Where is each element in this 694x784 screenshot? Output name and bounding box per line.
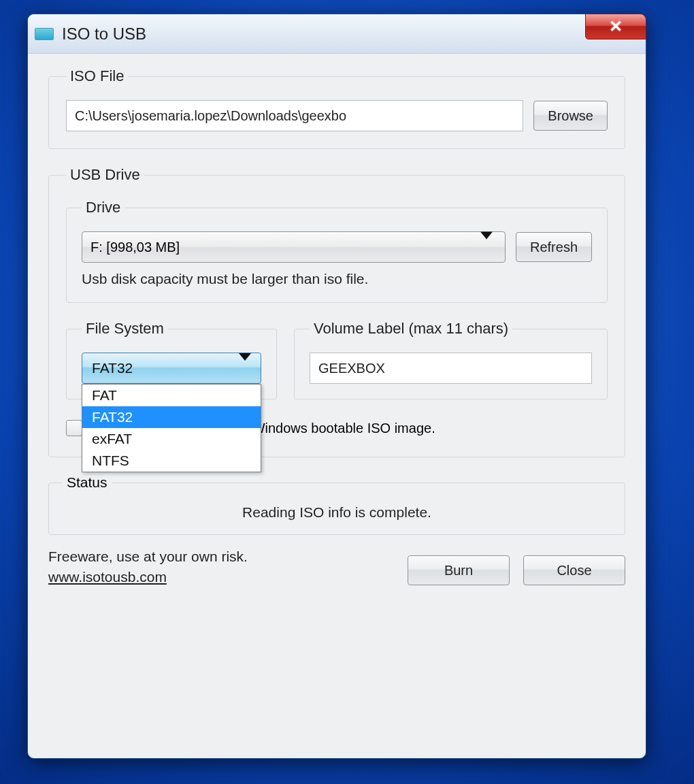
file-system-group: File System FAT32 FAT FAT32 exFAT NTFS (66, 320, 277, 399)
website-link[interactable]: www.isotousb.com (48, 569, 248, 585)
drive-legend: Drive (82, 199, 125, 216)
fs-option-fat[interactable]: FAT (82, 385, 261, 406)
refresh-button[interactable]: Refresh (516, 232, 592, 262)
status-group: Status Reading ISO info is complete. (48, 474, 625, 535)
drive-combo[interactable]: F: [998,03 MB] (82, 231, 506, 263)
file-system-dropdown: FAT FAT32 exFAT NTFS (82, 384, 261, 472)
file-system-selected: FAT32 (92, 360, 133, 376)
window-title: ISO to USB (62, 24, 146, 44)
capacity-note: Usb disk capacity must be larger than is… (82, 271, 592, 287)
footer: Freeware, use at your own risk. www.isot… (48, 549, 625, 585)
risk-text: Freeware, use at your own risk. (48, 549, 248, 565)
file-system-combo[interactable]: FAT32 (82, 353, 261, 384)
usb-drive-legend: USB Drive (66, 166, 144, 184)
close-button[interactable]: ✕ (585, 14, 646, 39)
volume-label-legend: Volume Label (max 11 chars) (310, 320, 512, 338)
volume-label-group: Volume Label (max 11 chars) (294, 320, 608, 399)
usb-drive-group: USB Drive Drive F: [998,03 MB] Refresh U… (48, 166, 625, 457)
bootable-checkbox[interactable] (66, 420, 82, 436)
browse-button[interactable]: Browse (533, 101, 608, 131)
status-text: Reading ISO info is complete. (63, 504, 611, 521)
client-area: ISO File Browse USB Drive Drive F: [998,… (28, 54, 646, 595)
chevron-down-icon (239, 361, 251, 376)
fs-option-fat32[interactable]: FAT32 (82, 406, 261, 428)
volume-label-input[interactable] (310, 353, 592, 384)
close-button-footer[interactable]: Close (523, 555, 625, 585)
iso-file-legend: ISO File (66, 67, 128, 85)
iso-path-input[interactable] (66, 100, 523, 131)
file-system-legend: File System (82, 320, 168, 338)
chevron-down-icon (480, 240, 493, 255)
titlebar[interactable]: ISO to USB ✕ (28, 14, 646, 54)
status-legend: Status (63, 474, 112, 491)
app-icon (35, 28, 54, 40)
close-icon: ✕ (609, 17, 623, 36)
burn-button[interactable]: Burn (408, 555, 510, 585)
fs-option-exfat[interactable]: exFAT (82, 428, 261, 450)
main-window: ISO to USB ✕ ISO File Browse USB Drive D… (27, 14, 646, 759)
iso-file-group: ISO File Browse (48, 67, 625, 149)
drive-subgroup: Drive F: [998,03 MB] Refresh Usb disk ca… (66, 199, 608, 303)
drive-selected: F: [998,03 MB] (90, 240, 180, 255)
fs-option-ntfs[interactable]: NTFS (82, 450, 261, 472)
